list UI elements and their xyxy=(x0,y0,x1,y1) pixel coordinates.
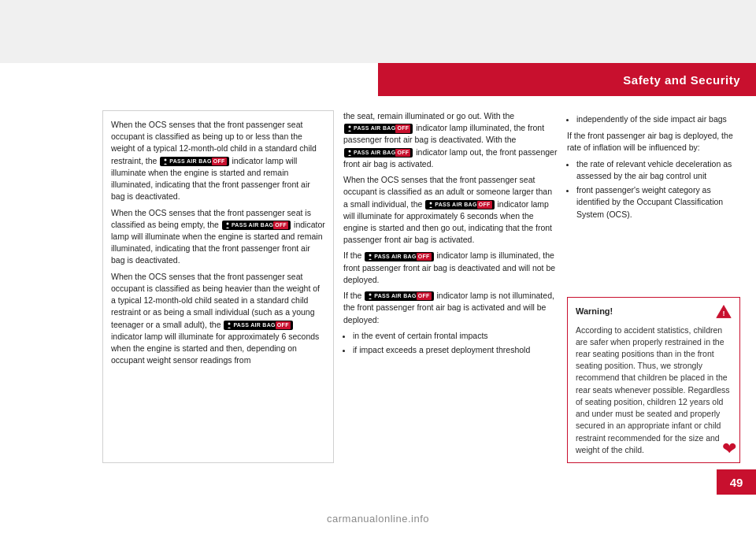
warning-triangle-icon: ! xyxy=(716,304,732,320)
svg-point-5 xyxy=(430,202,432,204)
content-area: When the OCS senses that the front passe… xyxy=(102,110,740,463)
badge-mid-2: PASS AIR BAG OFF xyxy=(344,148,413,158)
svg-text:!: ! xyxy=(722,310,724,317)
badge-mid-3: PASS AIR BAG OFF xyxy=(425,200,494,210)
warning-title: Warning! xyxy=(576,306,613,318)
svg-point-6 xyxy=(369,254,372,256)
svg-point-3 xyxy=(349,126,351,128)
bullet-item: in the event of certain frontal impacts xyxy=(353,330,558,342)
col-mid-p4: If the PASS AIR BAG OFF indicator lamp i… xyxy=(343,290,558,326)
page-number: 49 xyxy=(730,476,743,489)
col-right-top: independently of the side impact air bag… xyxy=(567,110,740,291)
col-middle: the seat, remain illuminated or go out. … xyxy=(343,110,558,463)
page-number-box: 49 xyxy=(717,469,756,495)
heart-decoration: ❤ xyxy=(722,439,736,459)
badge-mid-5: PASS AIR BAG OFF xyxy=(365,291,433,301)
header-bar: Safety and Security xyxy=(378,63,756,96)
svg-point-7 xyxy=(369,294,372,296)
svg-point-1 xyxy=(226,222,228,224)
warning-text: According to accident statistics, childr… xyxy=(576,324,732,456)
badge-mid-4: PASS AIR BAG OFF xyxy=(365,252,433,261)
svg-point-0 xyxy=(165,158,167,161)
warning-header: Warning! ! xyxy=(576,304,732,320)
warning-box: Warning! ! According to accident statist… xyxy=(567,297,740,463)
col-left-p1: When the OCS senses that the front passe… xyxy=(111,119,325,203)
badge-pass-air-bag-off-3: PASS AIR BAG OFF xyxy=(224,321,292,330)
col-mid-p3: If the PASS AIR BAG OFF indicator lamp i… xyxy=(343,250,558,286)
col-left-p3: When the OCS senses that the front passe… xyxy=(111,271,325,367)
col-mid-p2: When the OCS senses that the front passe… xyxy=(343,174,558,246)
bullet-item: independently of the side impact air bag… xyxy=(576,113,740,125)
col-mid-bullets: in the event of certain frontal impacts … xyxy=(353,330,558,356)
svg-point-2 xyxy=(228,322,231,324)
col-left-p2: When the OCS senses that the front passe… xyxy=(111,207,325,267)
header-title: Safety and Security xyxy=(623,73,740,87)
gray-top-strip xyxy=(0,0,756,63)
right-para1-bullets: the rate of relevant vehicle deceleratio… xyxy=(576,158,740,221)
right-para1: If the front passenger air bag is deploy… xyxy=(567,130,740,154)
bullet-item: if impact exceeds a preset deployment th… xyxy=(353,344,558,356)
bullet-item: front passenger's weight category as ide… xyxy=(576,184,740,221)
right-top-bullets: independently of the side impact air bag… xyxy=(576,113,740,125)
badge-pass-air-bag-off-1: PASS AIR BAG OFF xyxy=(160,157,228,166)
col-right: independently of the side impact air bag… xyxy=(567,110,740,463)
svg-point-4 xyxy=(349,150,351,152)
badge-pass-air-bag-off-2: PASS AIR BAG OFF xyxy=(222,221,291,230)
bullet-item: the rate of relevant vehicle deceleratio… xyxy=(576,158,740,182)
col-left: When the OCS senses that the front passe… xyxy=(102,110,334,463)
footer-watermark: carmanualonline.info xyxy=(327,513,429,525)
badge-mid-1: PASS AIR BAG OFF xyxy=(344,124,413,133)
col-mid-p1: the seat, remain illuminated or go out. … xyxy=(343,110,558,170)
